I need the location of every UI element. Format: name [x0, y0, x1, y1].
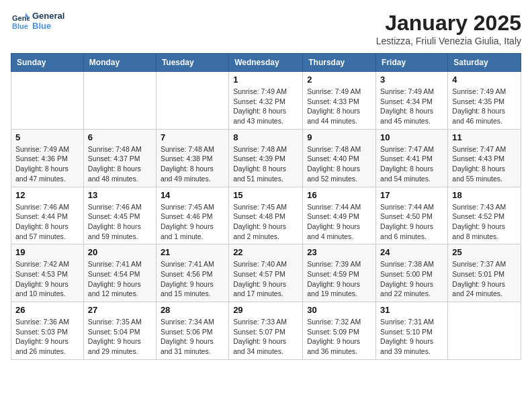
calendar-cell: 1Sunrise: 7:49 AM Sunset: 4:32 PM Daylig…: [229, 72, 303, 130]
day-number: 29: [233, 305, 298, 315]
calendar-cell: [448, 302, 521, 360]
svg-text:Blue: Blue: [12, 22, 28, 30]
day-info: Sunrise: 7:47 AM Sunset: 4:41 PM Dayligh…: [380, 144, 443, 184]
calendar-cell: 21Sunrise: 7:41 AM Sunset: 4:56 PM Dayli…: [156, 244, 228, 302]
day-number: 22: [233, 247, 298, 257]
logo-blue: Blue: [32, 21, 64, 31]
day-info: Sunrise: 7:45 AM Sunset: 4:46 PM Dayligh…: [161, 202, 224, 242]
day-info: Sunrise: 7:45 AM Sunset: 4:48 PM Dayligh…: [233, 202, 298, 242]
day-number: 18: [452, 190, 517, 200]
day-info: Sunrise: 7:38 AM Sunset: 5:00 PM Dayligh…: [380, 259, 443, 299]
calendar-cell: 19Sunrise: 7:42 AM Sunset: 4:53 PM Dayli…: [11, 244, 84, 302]
calendar-cell: [156, 72, 228, 130]
day-number: 25: [452, 247, 517, 257]
calendar-cell: 31Sunrise: 7:31 AM Sunset: 5:10 PM Dayli…: [376, 302, 448, 360]
day-number: 13: [88, 190, 152, 200]
day-info: Sunrise: 7:34 AM Sunset: 5:06 PM Dayligh…: [161, 317, 224, 357]
day-of-week-header: Monday: [83, 54, 156, 72]
calendar-week-row: 12Sunrise: 7:46 AM Sunset: 4:44 PM Dayli…: [11, 187, 521, 244]
calendar-week-row: 19Sunrise: 7:42 AM Sunset: 4:53 PM Dayli…: [11, 244, 521, 302]
day-info: Sunrise: 7:46 AM Sunset: 4:45 PM Dayligh…: [88, 202, 152, 242]
day-info: Sunrise: 7:49 AM Sunset: 4:34 PM Dayligh…: [380, 87, 443, 126]
day-info: Sunrise: 7:41 AM Sunset: 4:56 PM Dayligh…: [161, 259, 224, 299]
day-number: 12: [15, 190, 79, 200]
day-number: 20: [88, 247, 152, 257]
day-of-week-header: Thursday: [303, 54, 376, 72]
calendar-subtitle: Lestizza, Friuli Venezia Giulia, Italy: [376, 36, 521, 46]
calendar-cell: 20Sunrise: 7:41 AM Sunset: 4:54 PM Dayli…: [83, 244, 156, 302]
calendar-cell: 7Sunrise: 7:48 AM Sunset: 4:38 PM Daylig…: [156, 129, 228, 187]
day-info: Sunrise: 7:35 AM Sunset: 5:04 PM Dayligh…: [88, 317, 152, 357]
day-info: Sunrise: 7:48 AM Sunset: 4:40 PM Dayligh…: [307, 144, 371, 184]
day-number: 11: [452, 132, 517, 142]
day-number: 2: [307, 75, 371, 85]
day-number: 10: [380, 132, 443, 142]
calendar-cell: 24Sunrise: 7:38 AM Sunset: 5:00 PM Dayli…: [376, 244, 448, 302]
day-info: Sunrise: 7:49 AM Sunset: 4:36 PM Dayligh…: [15, 144, 79, 184]
calendar-cell: 16Sunrise: 7:44 AM Sunset: 4:49 PM Dayli…: [303, 187, 376, 244]
day-number: 15: [233, 190, 298, 200]
day-info: Sunrise: 7:44 AM Sunset: 4:50 PM Dayligh…: [380, 202, 443, 242]
calendar-cell: 25Sunrise: 7:37 AM Sunset: 5:01 PM Dayli…: [448, 244, 521, 302]
calendar-cell: 26Sunrise: 7:36 AM Sunset: 5:03 PM Dayli…: [11, 302, 84, 360]
day-info: Sunrise: 7:46 AM Sunset: 4:44 PM Dayligh…: [15, 202, 79, 242]
calendar-cell: 13Sunrise: 7:46 AM Sunset: 4:45 PM Dayli…: [83, 187, 156, 244]
calendar-cell: 11Sunrise: 7:47 AM Sunset: 4:43 PM Dayli…: [448, 129, 521, 187]
day-number: 31: [380, 305, 443, 315]
day-number: 6: [88, 132, 152, 142]
day-info: Sunrise: 7:49 AM Sunset: 4:35 PM Dayligh…: [452, 87, 517, 126]
day-info: Sunrise: 7:48 AM Sunset: 4:38 PM Dayligh…: [161, 144, 224, 184]
day-number: 1: [233, 75, 298, 85]
day-number: 19: [15, 247, 79, 257]
logo: General Blue General Blue: [11, 11, 64, 31]
day-number: 7: [161, 132, 224, 142]
day-info: Sunrise: 7:39 AM Sunset: 4:59 PM Dayligh…: [307, 259, 371, 299]
day-number: 27: [88, 305, 152, 315]
calendar-cell: 3Sunrise: 7:49 AM Sunset: 4:34 PM Daylig…: [376, 72, 448, 130]
calendar-table: SundayMondayTuesdayWednesdayThursdayFrid…: [11, 53, 521, 360]
calendar-cell: 22Sunrise: 7:40 AM Sunset: 4:57 PM Dayli…: [229, 244, 303, 302]
calendar-cell: 2Sunrise: 7:49 AM Sunset: 4:33 PM Daylig…: [303, 72, 376, 130]
day-number: 28: [161, 305, 224, 315]
day-info: Sunrise: 7:31 AM Sunset: 5:10 PM Dayligh…: [380, 317, 443, 357]
day-info: Sunrise: 7:33 AM Sunset: 5:07 PM Dayligh…: [233, 317, 298, 357]
day-info: Sunrise: 7:48 AM Sunset: 4:39 PM Dayligh…: [233, 144, 298, 184]
day-info: Sunrise: 7:40 AM Sunset: 4:57 PM Dayligh…: [233, 259, 298, 299]
calendar-cell: 8Sunrise: 7:48 AM Sunset: 4:39 PM Daylig…: [229, 129, 303, 187]
day-info: Sunrise: 7:32 AM Sunset: 5:09 PM Dayligh…: [307, 317, 371, 357]
day-info: Sunrise: 7:37 AM Sunset: 5:01 PM Dayligh…: [452, 259, 517, 299]
calendar-cell: 15Sunrise: 7:45 AM Sunset: 4:48 PM Dayli…: [229, 187, 303, 244]
day-info: Sunrise: 7:42 AM Sunset: 4:53 PM Dayligh…: [15, 259, 79, 299]
calendar-cell: [11, 72, 84, 130]
page-header: General Blue General Blue January 2025 L…: [11, 11, 521, 46]
day-info: Sunrise: 7:49 AM Sunset: 4:33 PM Dayligh…: [307, 87, 371, 126]
calendar-cell: 4Sunrise: 7:49 AM Sunset: 4:35 PM Daylig…: [448, 72, 521, 130]
day-number: 14: [161, 190, 224, 200]
day-number: 24: [380, 247, 443, 257]
calendar-cell: 23Sunrise: 7:39 AM Sunset: 4:59 PM Dayli…: [303, 244, 376, 302]
calendar-cell: 17Sunrise: 7:44 AM Sunset: 4:50 PM Dayli…: [376, 187, 448, 244]
day-number: 9: [307, 132, 371, 142]
day-number: 5: [15, 132, 79, 142]
day-number: 3: [380, 75, 443, 85]
day-of-week-header: Saturday: [448, 54, 521, 72]
day-of-week-header: Sunday: [11, 54, 84, 72]
calendar-cell: 5Sunrise: 7:49 AM Sunset: 4:36 PM Daylig…: [11, 129, 84, 187]
day-number: 23: [307, 247, 371, 257]
calendar-cell: 28Sunrise: 7:34 AM Sunset: 5:06 PM Dayli…: [156, 302, 228, 360]
day-of-week-header: Wednesday: [229, 54, 303, 72]
calendar-week-row: 26Sunrise: 7:36 AM Sunset: 5:03 PM Dayli…: [11, 302, 521, 360]
calendar-cell: 6Sunrise: 7:48 AM Sunset: 4:37 PM Daylig…: [83, 129, 156, 187]
day-of-week-header: Tuesday: [156, 54, 228, 72]
calendar-cell: 29Sunrise: 7:33 AM Sunset: 5:07 PM Dayli…: [229, 302, 303, 360]
day-number: 8: [233, 132, 298, 142]
day-info: Sunrise: 7:43 AM Sunset: 4:52 PM Dayligh…: [452, 202, 517, 242]
logo-general: General: [32, 11, 64, 21]
day-of-week-header: Friday: [376, 54, 448, 72]
day-info: Sunrise: 7:47 AM Sunset: 4:43 PM Dayligh…: [452, 144, 517, 184]
calendar-cell: 9Sunrise: 7:48 AM Sunset: 4:40 PM Daylig…: [303, 129, 376, 187]
calendar-cell: 14Sunrise: 7:45 AM Sunset: 4:46 PM Dayli…: [156, 187, 228, 244]
calendar-cell: 10Sunrise: 7:47 AM Sunset: 4:41 PM Dayli…: [376, 129, 448, 187]
day-info: Sunrise: 7:36 AM Sunset: 5:03 PM Dayligh…: [15, 317, 79, 357]
calendar-title: January 2025: [376, 11, 521, 36]
